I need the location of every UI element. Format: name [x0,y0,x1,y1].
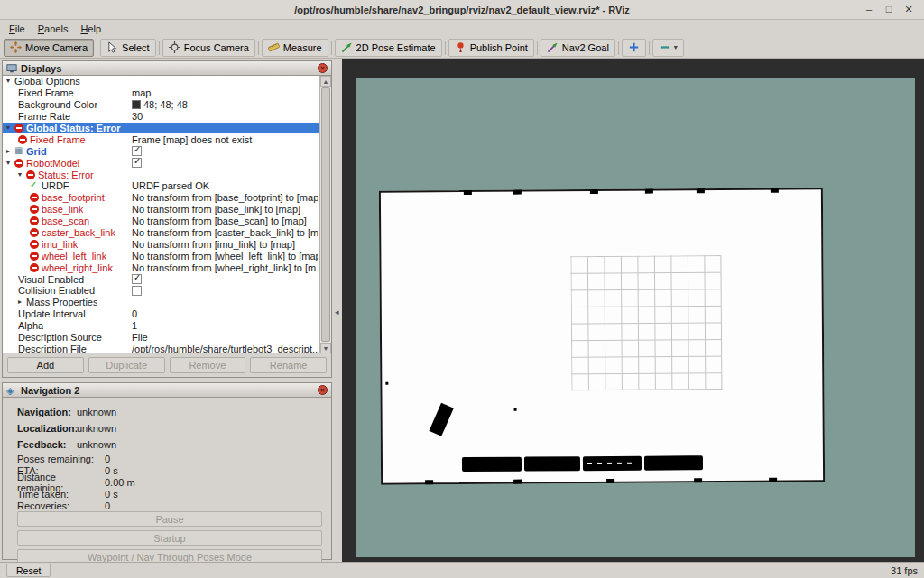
expander-icon[interactable]: ▸ [6,147,14,156]
property-value[interactable]: 1 [132,320,318,331]
tree-row-collision-enabled[interactable]: Collision Enabled [3,285,319,297]
tree-row-wheel-left-link[interactable]: wheel_left_linkNo transform from [wheel_… [3,250,319,261]
tree-row-fixed-frame[interactable]: Fixed FrameFrame [map] does not exist [3,133,319,145]
property-value[interactable]: map [132,87,318,98]
map-marker [606,479,614,483]
tool-nav2-goal[interactable]: Nav2 Goal [541,39,615,57]
startup-button[interactable]: Startup [17,530,322,546]
property-value[interactable]: No transform from [imu_link] to [map] [132,239,318,250]
chevron-down-icon[interactable]: ▾ [674,43,678,51]
tree-row-frame-rate[interactable]: Frame Rate30 [3,111,319,123]
property-value[interactable]: No transform from [caster_back_link] to … [132,227,318,238]
map-wall-segment [644,455,703,470]
property-value[interactable] [132,274,318,284]
property-value[interactable] [132,146,318,156]
close-icon[interactable]: ✕ [901,4,916,15]
tool-remove-tool-icon[interactable]: ▾ [652,39,684,57]
displays-close-icon[interactable]: ✕ [318,63,328,73]
collapse-handle-icon[interactable]: ◂ [335,307,339,317]
displays-scrollbar[interactable]: ▲ ▼ [319,76,331,353]
tree-row-robotmodel[interactable]: ▾RobotModel [3,157,319,169]
tree-row-alpha[interactable]: Alpha1 [3,320,319,332]
menu-file[interactable]: File [3,22,32,36]
tree-row-status-error[interactable]: ▾Status: Error [3,169,319,180]
scrollbar-thumb[interactable] [321,87,330,342]
property-value[interactable]: No transform from [base_footprint] to [m… [132,192,318,203]
tool-focus-camera[interactable]: Focus Camera [162,39,255,57]
expander-icon[interactable]: ▾ [18,170,26,179]
maximize-icon[interactable]: □ [882,4,896,15]
tree-row-visual-enabled[interactable]: Visual Enabled [3,273,319,285]
expander-icon[interactable]: ▾ [6,124,14,133]
pause-button[interactable]: Pause [17,511,322,527]
map-dot [514,408,517,411]
3d-viewport[interactable] [342,59,924,562]
status-label: Feedback: [17,439,77,450]
titlebar[interactable]: /opt/ros/humble/share/nav2_bringup/rviz/… [0,0,924,20]
property-checkbox[interactable] [132,146,142,156]
tree-row-global-status-error[interactable]: ▾Global Status: Error [3,123,319,134]
tree-row-base-footprint[interactable]: base_footprintNo transform from [base_fo… [3,192,319,204]
remove-button[interactable]: Remove [170,357,246,373]
tree-row-mass-properties[interactable]: ▸Mass Properties [3,297,319,308]
toolbar-separator [537,41,538,55]
property-value[interactable]: No transform from [base_link] to [map] [132,204,318,215]
tree-row-wheel-right-link[interactable]: wheel_right_linkNo transform from [wheel… [3,261,319,273]
rename-button[interactable]: Rename [250,357,327,373]
duplicate-button[interactable]: Duplicate [88,357,165,373]
property-value[interactable]: URDF parsed OK [132,180,318,191]
property-value[interactable]: 0 [132,308,318,319]
tree-row-global-options[interactable]: ▾Global Options [3,76,319,87]
tree-row-base-scan[interactable]: base_scanNo transform from [base_scan] t… [3,216,319,227]
property-value[interactable]: No transform from [wheel_right_link] to … [132,262,318,273]
scroll-up-icon[interactable]: ▲ [320,76,331,87]
property-value[interactable] [132,158,318,168]
menubar: FilePanelsHelp [0,20,924,37]
property-value[interactable] [132,286,318,296]
property-checkbox[interactable] [132,158,142,168]
navigation2-panel-header[interactable]: ◈ Navigation 2 ✕ [3,383,331,398]
ok-icon [30,181,41,190]
tool-publish-point[interactable]: Publish Point [448,39,534,57]
minimize-icon[interactable]: – [862,4,876,15]
tool-move-camera[interactable]: Move Camera [4,39,94,57]
tree-row-update-interval[interactable]: Update Interval0 [3,308,319,320]
property-checkbox[interactable] [132,274,142,284]
property-value[interactable]: No transform from [wheel_left_link] to [… [132,251,318,261]
property-value[interactable]: File [132,332,318,343]
property-checkbox[interactable] [132,286,142,296]
menu-panels[interactable]: Panels [32,22,75,36]
tree-row-base-link[interactable]: base_linkNo transform from [base_link] t… [3,204,319,216]
property-value[interactable]: No transform from [base_scan] to [map] [132,216,318,226]
main-content: Displays ✕ ▾Global OptionsFixed Framemap… [0,59,924,562]
tree-row-fixed-frame[interactable]: Fixed Framemap [3,87,319,99]
displays-panel-header[interactable]: Displays ✕ [3,61,331,76]
stat-value: 0 [105,500,110,511]
tool-add-tool-icon[interactable] [622,39,646,57]
navigation2-close-icon[interactable]: ✕ [318,385,328,395]
reset-button[interactable]: Reset [6,564,51,577]
property-value[interactable]: 30 [132,111,318,122]
tool-measure[interactable]: Measure [262,39,328,57]
tree-row-description-source[interactable]: Description SourceFile [3,332,319,344]
scroll-down-icon[interactable]: ▼ [320,343,331,353]
property-value[interactable]: 48; 48; 48 [132,99,318,110]
value-text: No transform from [imu_link] to [map] [132,239,295,250]
tool-select[interactable]: Select [100,39,156,57]
property-value[interactable]: Frame [map] does not exist [132,134,318,145]
expander-icon[interactable]: ▾ [6,77,14,86]
tree-row-urdf[interactable]: URDFURDF parsed OK [3,180,319,192]
tool-2d-pose-estimate[interactable]: 2D Pose Estimate [335,39,442,57]
panel-splitter[interactable]: ◂ [334,59,342,562]
property-value[interactable]: /opt/ros/humble/share/turtlebot3_descrip… [132,344,318,353]
tree-row-grid[interactable]: ▸Grid [3,145,319,157]
expander-icon[interactable]: ▸ [18,298,26,307]
tree-row-imu-link[interactable]: imu_linkNo transform from [imu_link] to … [3,238,319,250]
menu-help[interactable]: Help [74,22,107,36]
tree-row-caster-back-link[interactable]: caster_back_linkNo transform from [caste… [3,227,319,239]
expander-icon[interactable]: ▾ [6,159,14,168]
add-button[interactable]: Add [7,357,84,373]
tree-row-description-file[interactable]: Description File/opt/ros/humble/share/tu… [3,343,319,353]
error-icon [30,193,41,202]
tree-row-background-color[interactable]: Background Color48; 48; 48 [3,99,319,111]
